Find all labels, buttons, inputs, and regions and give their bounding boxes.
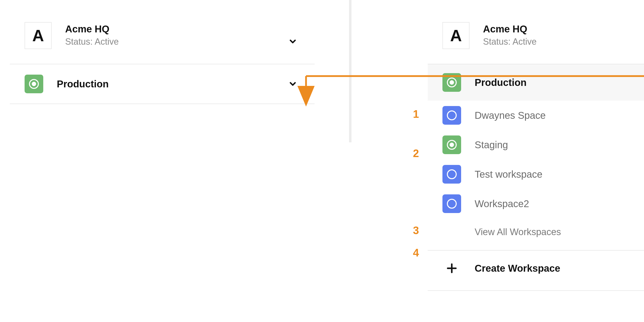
workspace-item[interactable]: Dwaynes Space: [428, 101, 644, 130]
org-status: Status: Active: [483, 37, 644, 47]
workspace-item[interactable]: Test workspace: [428, 160, 644, 189]
workspace-name: Test workspace: [475, 169, 542, 180]
svg-point-6: [450, 143, 454, 147]
plus-icon: [442, 259, 461, 278]
svg-point-7: [447, 170, 456, 179]
annotation-number-3: 3: [413, 224, 419, 237]
workspace-item-selected[interactable]: Production: [428, 64, 644, 101]
svg-point-1: [32, 82, 36, 86]
workspace-icon-circle: [442, 136, 461, 154]
panel-collapsed: A Acme HQ Status: Active Production: [10, 10, 315, 104]
view-all-label: View All Workspaces: [475, 227, 561, 237]
org-switcher[interactable]: A Acme HQ Status: Active: [10, 10, 315, 64]
chevron-down-icon[interactable]: [288, 37, 298, 46]
workspace-icon-moon: [442, 165, 461, 183]
workspace-name: Production: [475, 77, 526, 88]
org-text-block: Acme HQ Status: Active: [65, 22, 300, 47]
org-switcher[interactable]: A Acme HQ Status: Active: [428, 10, 644, 64]
list-separator: [428, 290, 644, 291]
workspace-item[interactable]: Staging: [428, 130, 644, 160]
panel-divider: [349, 0, 352, 142]
org-avatar: A: [24, 22, 52, 49]
workspace-icon-moon: [442, 106, 461, 125]
annotation-number-1: 1: [413, 108, 419, 120]
workspace-name: Staging: [475, 139, 508, 151]
chevron-down-icon[interactable]: [288, 79, 298, 89]
view-all-workspaces[interactable]: View All Workspaces: [428, 218, 644, 246]
org-avatar: A: [442, 22, 470, 49]
create-workspace[interactable]: Create Workspace: [428, 251, 644, 286]
workspace-icon-moon: [442, 194, 461, 213]
workspace-name: Dwaynes Space: [475, 110, 546, 121]
org-name: Acme HQ: [483, 23, 644, 35]
org-status: Status: Active: [65, 37, 300, 47]
org-text-block: Acme HQ Status: Active: [483, 22, 644, 47]
workspace-name: Production: [57, 79, 109, 90]
svg-point-8: [447, 199, 456, 208]
annotation-number-2: 2: [413, 147, 419, 160]
svg-point-3: [450, 80, 454, 85]
org-name: Acme HQ: [65, 23, 300, 35]
workspace-item[interactable]: Workspace2: [428, 189, 644, 218]
workspace-icon-circle: [442, 73, 461, 92]
workspace-icon-circle: [24, 75, 43, 93]
workspace-list: Production Dwaynes Space Staging: [428, 64, 644, 291]
create-workspace-label: Create Workspace: [475, 263, 560, 274]
workspace-name: Workspace2: [475, 198, 529, 209]
workspace-switcher-collapsed[interactable]: Production: [10, 64, 315, 104]
svg-point-4: [447, 111, 456, 120]
panel-expanded: A Acme HQ Status: Active Production: [428, 10, 644, 291]
annotation-number-4: 4: [413, 247, 419, 259]
